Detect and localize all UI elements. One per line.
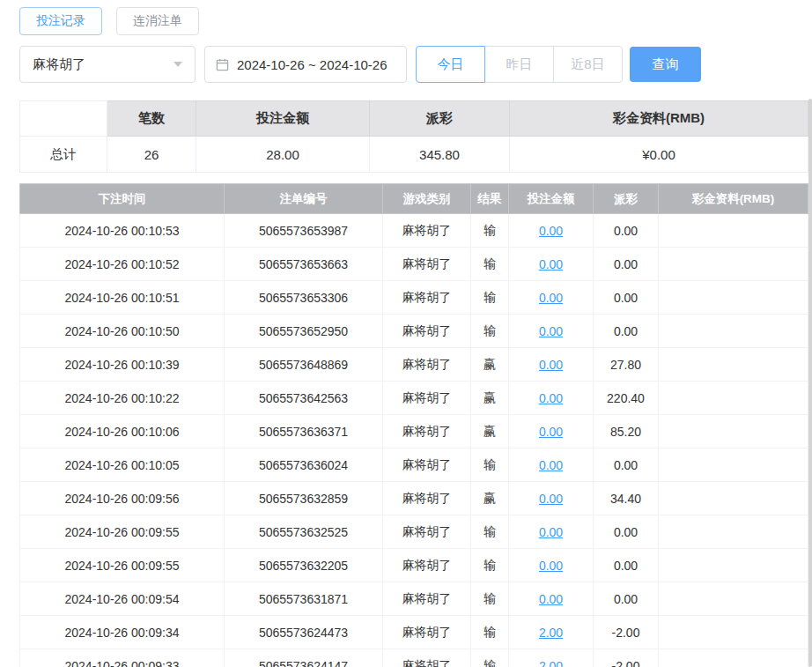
header-bet-amount: 投注金额 <box>509 184 594 214</box>
bonus-cell <box>659 616 808 649</box>
bonus-cell <box>659 281 808 315</box>
bet-amount-cell: 0.00 <box>509 448 594 482</box>
bonus-cell <box>659 649 808 667</box>
bet-time-cell: 2024-10-26 00:09:33 <box>20 649 225 667</box>
game-type-cell: 麻将胡了 <box>383 549 471 582</box>
bet-amount-cell: 0.00 <box>509 582 594 616</box>
bet-time-cell: 2024-10-26 00:09:55 <box>20 549 225 582</box>
game-type-cell: 麻将胡了 <box>383 482 471 515</box>
result-cell: 输 <box>471 214 509 248</box>
bet-amount-link[interactable]: 0.00 <box>539 324 563 338</box>
game-select[interactable]: 麻将胡了 <box>19 46 196 83</box>
bonus-cell <box>659 415 808 448</box>
bet-amount-link[interactable]: 0.00 <box>539 358 563 372</box>
order-id-cell: 5065573636024 <box>225 448 383 482</box>
bet-amount-cell: 2.00 <box>509 649 594 667</box>
result-cell: 输 <box>471 315 509 348</box>
bet-amount-link[interactable]: 0.00 <box>539 525 563 539</box>
bet-amount-link[interactable]: 0.00 <box>539 425 563 439</box>
page-scrollbar[interactable] <box>808 99 812 667</box>
table-row: 2024-10-26 00:09:555065573632525麻将胡了输0.0… <box>20 515 808 549</box>
result-cell: 输 <box>471 549 509 582</box>
bonus-cell <box>659 315 808 348</box>
header-payout: 派彩 <box>594 184 659 214</box>
today-button[interactable]: 今日 <box>416 46 485 83</box>
result-cell: 输 <box>471 448 509 482</box>
payout-cell: 0.00 <box>594 281 659 315</box>
payout-cell: 0.00 <box>594 315 659 348</box>
payout-cell: 85.20 <box>594 415 659 448</box>
bet-amount-link[interactable]: 0.00 <box>539 458 563 472</box>
search-button[interactable]: 查询 <box>630 47 701 82</box>
order-id-cell: 5065573632205 <box>225 549 383 582</box>
total-label-cell: 总计 <box>20 137 107 173</box>
quick-range-group: 今日 昨日 近8日 <box>416 46 623 83</box>
bet-amount-cell: 0.00 <box>509 348 594 382</box>
game-type-cell: 麻将胡了 <box>383 281 471 315</box>
table-row: 2024-10-26 00:09:565065573632859麻将胡了赢0.0… <box>20 482 808 515</box>
result-cell: 输 <box>471 248 509 281</box>
order-id-cell: 5065573632525 <box>225 515 383 549</box>
last-8-days-button[interactable]: 近8日 <box>553 46 623 83</box>
bet-time-cell: 2024-10-26 00:10:53 <box>20 214 225 248</box>
game-type-cell: 麻将胡了 <box>383 348 471 382</box>
bonus-cell <box>659 382 808 415</box>
order-id-cell: 5065573631871 <box>225 582 383 616</box>
bet-amount-link[interactable]: 0.00 <box>539 224 563 238</box>
order-id-cell: 5065573642563 <box>225 382 383 415</box>
table-row: 2024-10-26 00:10:515065573653306麻将胡了输0.0… <box>20 281 808 315</box>
table-row: 2024-10-26 00:10:505065573652950麻将胡了输0.0… <box>20 315 808 348</box>
header-order-id: 注单编号 <box>225 184 383 214</box>
bet-amount-link[interactable]: 0.00 <box>539 592 563 606</box>
bet-amount-link[interactable]: 0.00 <box>539 492 563 506</box>
summary-table: 笔数 投注金额 派彩 彩金资料(RMB) 总计 26 28.00 345.80 … <box>19 100 808 173</box>
bet-amount-cell: 0.00 <box>509 214 594 248</box>
date-range-picker[interactable]: 2024-10-26 ~ 2024-10-26 <box>204 46 407 83</box>
bet-amount-link[interactable]: 2.00 <box>539 626 563 640</box>
order-id-cell: 5065573653987 <box>225 214 383 248</box>
payout-cell: 27.80 <box>594 348 659 382</box>
header-bet-time: 下注时间 <box>20 184 225 214</box>
payout-cell: 0.00 <box>594 448 659 482</box>
yesterday-button[interactable]: 昨日 <box>484 46 554 83</box>
order-id-cell: 5065573648869 <box>225 348 383 382</box>
bet-amount-cell: 0.00 <box>509 382 594 415</box>
payout-cell: 0.00 <box>594 214 659 248</box>
order-id-cell: 5065573624147 <box>225 649 383 667</box>
bonus-cell <box>659 582 808 616</box>
bet-amount-link[interactable]: 0.00 <box>539 291 563 305</box>
bet-amount-link[interactable]: 0.00 <box>539 559 563 573</box>
tab-cancelled-orders[interactable]: 连消注单 <box>116 7 199 35</box>
table-row: 2024-10-26 00:10:535065573653987麻将胡了输0.0… <box>20 214 808 248</box>
game-type-cell: 麻将胡了 <box>383 649 471 667</box>
order-id-cell: 5065573636371 <box>225 415 383 448</box>
bet-amount-link[interactable]: 2.00 <box>539 659 563 667</box>
table-row: 2024-10-26 00:10:055065573636024麻将胡了输0.0… <box>20 448 808 482</box>
result-cell: 输 <box>471 616 509 649</box>
total-count-cell: 26 <box>107 137 196 173</box>
bet-records-page: 投注记录 连消注单 麻将胡了 2024-10-26 ~ 2024-10-26 今… <box>0 0 808 667</box>
table-row: 2024-10-26 00:10:065065573636371麻将胡了赢0.0… <box>20 415 808 448</box>
header-result: 结果 <box>471 184 509 214</box>
game-type-cell: 麻将胡了 <box>383 448 471 482</box>
game-type-cell: 麻将胡了 <box>383 382 471 415</box>
order-id-cell: 5065573652950 <box>225 315 383 348</box>
bet-amount-cell: 0.00 <box>509 515 594 549</box>
table-row: 2024-10-26 00:09:555065573632205麻将胡了输0.0… <box>20 549 808 582</box>
result-cell: 输 <box>471 515 509 549</box>
bet-time-cell: 2024-10-26 00:10:51 <box>20 281 225 315</box>
tab-bet-records[interactable]: 投注记录 <box>19 7 102 35</box>
result-cell: 输 <box>471 582 509 616</box>
table-row: 2024-10-26 00:09:335065573624147麻将胡了输2.0… <box>20 649 808 667</box>
payout-cell: 0.00 <box>594 248 659 281</box>
result-cell: 输 <box>471 281 509 315</box>
summary-header-row: 笔数 投注金额 派彩 彩金资料(RMB) <box>20 101 808 137</box>
game-type-cell: 麻将胡了 <box>383 214 471 248</box>
bet-amount-link[interactable]: 0.00 <box>539 257 563 271</box>
bet-amount-cell: 0.00 <box>509 482 594 515</box>
bet-amount-cell: 2.00 <box>509 616 594 649</box>
bet-time-cell: 2024-10-26 00:09:56 <box>20 482 225 515</box>
payout-cell: 0.00 <box>594 582 659 616</box>
bet-amount-link[interactable]: 0.00 <box>539 391 563 405</box>
table-row: 2024-10-26 00:10:395065573648869麻将胡了赢0.0… <box>20 348 808 382</box>
